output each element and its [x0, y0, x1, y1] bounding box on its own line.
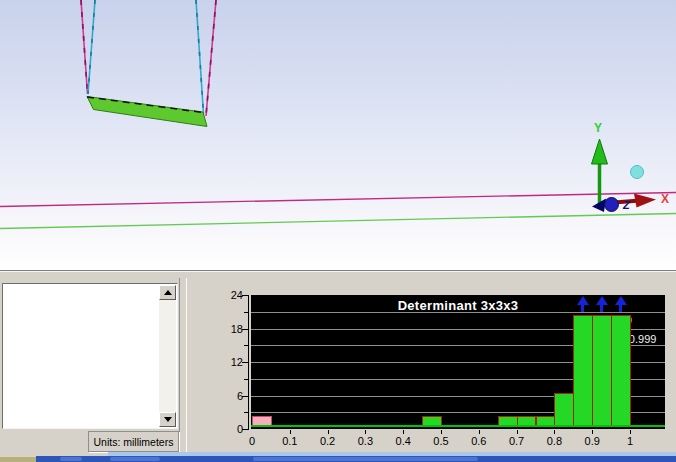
x-tick-label: 0.9	[579, 435, 605, 447]
taskbar-button[interactable]	[253, 457, 478, 461]
scroll-up-button[interactable]	[159, 285, 176, 300]
x-axis-tick	[592, 430, 593, 434]
x-tick-label: 0.2	[315, 435, 341, 447]
histogram-plot: Determinant 3x3x3 Min 0 Max 0.999	[251, 295, 665, 429]
z-axis-label: Z	[622, 199, 631, 211]
overflow-arrow-icon	[615, 296, 627, 313]
y-tick-label: 18	[215, 323, 243, 335]
viewport-3d[interactable]: Y X Z	[0, 0, 676, 270]
x-tick-label: 0.8	[541, 435, 567, 447]
y-axis-minor-tick	[244, 412, 248, 413]
x-axis-tick	[479, 430, 480, 434]
horizon-line-magenta	[0, 193, 676, 207]
y-tick-label: 24	[215, 289, 243, 301]
x-axis-arrow-icon	[634, 194, 656, 208]
message-list[interactable]	[2, 283, 178, 429]
x-tick-label: 0.5	[428, 435, 454, 447]
histogram-bar	[573, 315, 593, 427]
scroll-down-button[interactable]	[159, 412, 176, 427]
viewport-canvas: Y X Z	[0, 0, 676, 270]
y-tick-label: 0	[215, 423, 243, 435]
units-status-label: Units: millimeters	[94, 436, 174, 448]
x-tick-label: 0	[239, 435, 265, 447]
element-quad[interactable]	[87, 97, 207, 127]
overflow-arrow-shaft	[600, 304, 603, 312]
taskbar-corner-button[interactable]	[0, 456, 36, 462]
node-sphere-cyan[interactable]	[631, 166, 644, 179]
histogram-bar	[592, 315, 612, 427]
histogram-bar	[611, 315, 631, 427]
overflow-arrow-icon	[596, 296, 608, 313]
horizon-line-green	[0, 214, 676, 229]
scroll-down-icon	[164, 417, 172, 422]
x-axis-tick	[441, 430, 442, 434]
x-axis-tick	[630, 430, 631, 434]
y-axis-minor-tick	[244, 379, 248, 380]
x-tick-label: 1	[617, 435, 643, 447]
x-tick-label: 0.6	[466, 435, 492, 447]
x-tick-label: 0.4	[390, 435, 416, 447]
taskbar-button[interactable]	[60, 457, 82, 461]
histogram-chart: Determinant 3x3x3 Min 0 Max 0.999 061218…	[187, 278, 676, 456]
y-axis-minor-tick	[244, 312, 248, 313]
application-window: Y X Z Units:	[0, 0, 676, 462]
overflow-arrow-shaft	[581, 304, 584, 312]
scroll-up-icon	[164, 290, 172, 295]
axis-triad: Y X Z	[592, 121, 670, 212]
y-axis-label: Y	[594, 121, 602, 135]
pane-splitter[interactable]	[179, 278, 187, 456]
histogram-y-axis	[248, 295, 249, 430]
x-axis-tick	[554, 430, 555, 434]
x-axis-tick	[365, 430, 366, 434]
z-axis-sphere	[605, 198, 619, 212]
overflow-arrow-icon	[577, 296, 589, 313]
x-tick-label: 0.7	[504, 435, 530, 447]
y-tick-label: 12	[215, 356, 243, 368]
x-tick-label: 0.3	[352, 435, 378, 447]
y-axis-minor-tick	[244, 345, 248, 346]
x-axis-tick	[328, 430, 329, 434]
taskbar-sliver[interactable]	[0, 456, 676, 462]
x-axis-label: X	[661, 192, 669, 206]
histogram-baseline	[251, 425, 665, 427]
x-axis-tick	[403, 430, 404, 434]
histogram-bar	[554, 393, 574, 427]
x-axis-tick	[290, 430, 291, 434]
x-axis-tick	[517, 430, 518, 434]
units-status: Units: millimeters	[88, 431, 179, 452]
taskbar-button[interactable]	[110, 457, 160, 461]
message-list-scrollbar[interactable]	[159, 285, 176, 427]
x-tick-label: 0.1	[277, 435, 303, 447]
y-tick-label: 6	[215, 390, 243, 402]
overflow-arrow-shaft	[619, 304, 622, 312]
y-axis-arrow-icon	[592, 139, 608, 164]
bottom-pane: Units: millimeters Determinant 3x3x3 Min…	[0, 278, 676, 456]
